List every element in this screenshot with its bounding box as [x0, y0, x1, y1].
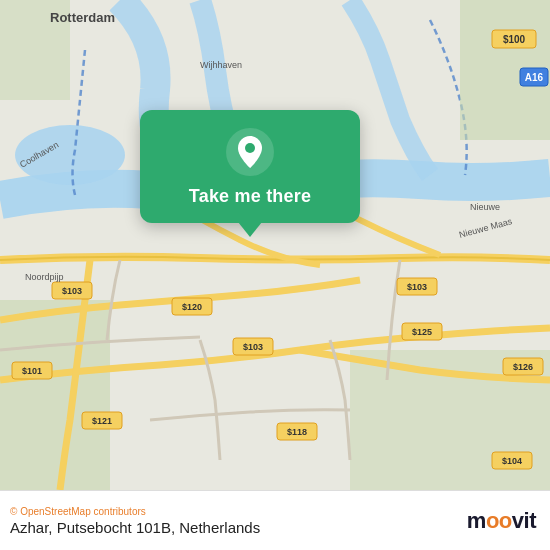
osm-credit-text: © OpenStreetMap contributors	[10, 506, 146, 517]
moovit-logo-text: moovit	[467, 508, 536, 534]
svg-rect-2	[0, 300, 110, 490]
map-container: $100 A16 $103 $103 $103 $101 $121 $120 $…	[0, 0, 550, 490]
map-background: $100 A16 $103 $103 $103 $101 $121 $120 $…	[0, 0, 550, 490]
svg-text:$103: $103	[62, 286, 82, 296]
callout-label: Take me there	[189, 186, 311, 207]
footer-bar: © OpenStreetMap contributors Azhar, Puts…	[0, 490, 550, 550]
svg-text:Rotterdam: Rotterdam	[50, 10, 115, 25]
svg-text:$125: $125	[412, 327, 432, 337]
svg-text:$100: $100	[503, 34, 526, 45]
svg-text:$101: $101	[22, 366, 42, 376]
osm-credit: © OpenStreetMap contributors	[10, 506, 260, 517]
svg-text:$103: $103	[243, 342, 263, 352]
location-name: Azhar, Putsebocht 101B, Netherlands	[10, 519, 260, 536]
svg-text:$103: $103	[407, 282, 427, 292]
svg-text:Nieuwe: Nieuwe	[470, 202, 500, 212]
svg-text:A16: A16	[525, 72, 544, 83]
svg-text:$121: $121	[92, 416, 112, 426]
svg-point-37	[245, 143, 255, 153]
callout-bubble[interactable]: Take me there	[140, 110, 360, 223]
svg-text:Noordpijp: Noordpijp	[25, 272, 64, 282]
svg-text:$120: $120	[182, 302, 202, 312]
moovit-logo: moovit	[467, 508, 536, 534]
footer-left: © OpenStreetMap contributors Azhar, Puts…	[10, 506, 260, 536]
svg-text:Wijhhaven: Wijhhaven	[200, 60, 242, 70]
location-pin-icon	[226, 128, 274, 176]
svg-text:$126: $126	[513, 362, 533, 372]
svg-text:$118: $118	[287, 427, 307, 437]
svg-text:$104: $104	[502, 456, 522, 466]
